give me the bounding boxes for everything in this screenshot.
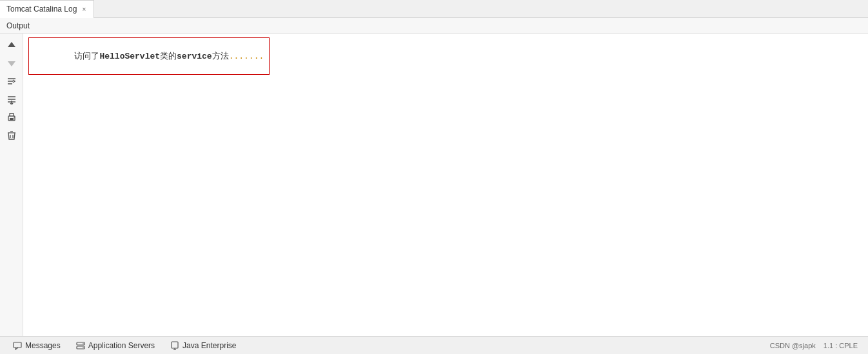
clear-icon bbox=[6, 94, 17, 104]
version-info: 1.1 : CPLE bbox=[824, 342, 858, 349]
svg-point-20 bbox=[83, 347, 84, 348]
trash-icon bbox=[6, 130, 17, 141]
svg-rect-21 bbox=[172, 342, 178, 348]
log-content-area: 访问了HelloServlet类的service方法....... bbox=[23, 34, 868, 336]
log-chinese-2: 类的 bbox=[160, 52, 177, 61]
svg-rect-16 bbox=[14, 342, 21, 348]
wrap-text-button[interactable] bbox=[4, 74, 19, 89]
server-icon bbox=[76, 341, 85, 350]
svg-rect-10 bbox=[10, 118, 14, 120]
scroll-down-button[interactable] bbox=[4, 55, 19, 71]
wrap-icon bbox=[6, 76, 17, 86]
log-method: service bbox=[177, 52, 212, 61]
status-tab-messages[interactable]: Messages bbox=[5, 337, 68, 355]
java-icon bbox=[170, 341, 179, 350]
tab-close-button[interactable]: × bbox=[81, 6, 87, 13]
output-section-label: Output bbox=[6, 21, 30, 30]
tab-bar: Tomcat Catalina Log × bbox=[0, 0, 868, 18]
main-area: 访问了HelloServlet类的service方法....... bbox=[0, 34, 868, 336]
log-entry: 访问了HelloServlet类的service方法....... bbox=[28, 37, 270, 75]
tab-label: Tomcat Catalina Log bbox=[6, 5, 77, 14]
print-button[interactable] bbox=[4, 110, 19, 125]
messages-label: Messages bbox=[25, 341, 61, 350]
log-class: HelloServlet bbox=[99, 52, 160, 61]
clear-output-button[interactable] bbox=[4, 92, 19, 107]
delete-button[interactable] bbox=[4, 128, 19, 143]
svg-point-11 bbox=[14, 117, 15, 118]
log-chinese-1: 访问了 bbox=[74, 52, 99, 61]
log-chinese-3: 方法 bbox=[212, 52, 229, 61]
scroll-up-button[interactable] bbox=[4, 37, 19, 53]
side-toolbar bbox=[0, 34, 23, 336]
tab-tomcat-catalina-log[interactable]: Tomcat Catalina Log × bbox=[0, 0, 94, 18]
status-right-info: CSDN @sjapk 1.1 : CPLE bbox=[770, 342, 863, 349]
svg-marker-1 bbox=[8, 61, 15, 66]
svg-point-19 bbox=[83, 343, 84, 344]
log-dots: ....... bbox=[229, 52, 264, 61]
print-icon bbox=[6, 112, 17, 123]
status-tab-application-servers[interactable]: Application Servers bbox=[68, 337, 163, 355]
application-servers-label: Application Servers bbox=[88, 341, 155, 350]
arrow-up-icon bbox=[6, 40, 17, 50]
svg-marker-0 bbox=[8, 42, 15, 47]
output-toolbar: Output bbox=[0, 18, 868, 34]
arrow-down-icon bbox=[6, 58, 17, 68]
log-text: 访问了HelloServlet类的service方法....... bbox=[34, 52, 264, 72]
csdn-info: CSDN @sjapk bbox=[770, 342, 816, 349]
status-bar: Messages Application Servers Java Enterp… bbox=[0, 336, 868, 354]
status-tab-java-enterprise[interactable]: Java Enterprise bbox=[163, 337, 244, 355]
java-enterprise-label: Java Enterprise bbox=[182, 341, 236, 350]
messages-icon bbox=[13, 341, 22, 350]
